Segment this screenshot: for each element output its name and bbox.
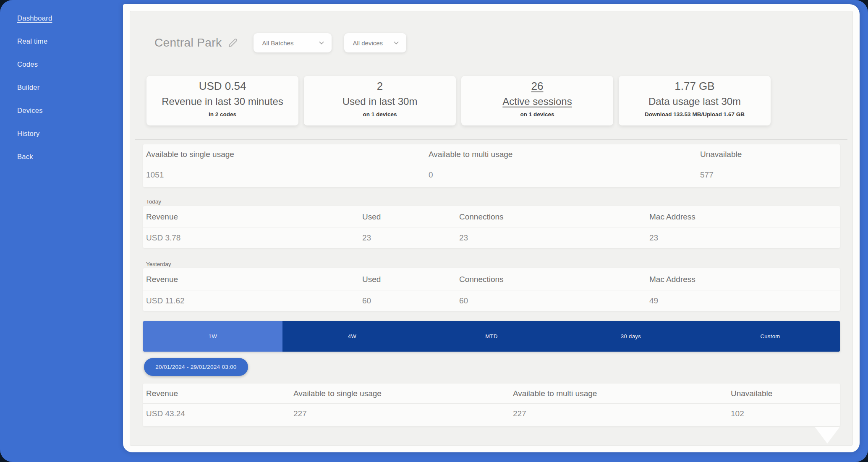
cell-value: 23 xyxy=(362,233,371,243)
cell-value: USD 3.78 xyxy=(146,233,180,243)
dashboard-panel: Central Park All Batches All devices xyxy=(130,11,853,446)
scroll-down-indicator[interactable] xyxy=(815,427,840,444)
stat-value: USD 0.54 xyxy=(146,80,298,93)
sidebar-item-dashboard[interactable]: Dashboard xyxy=(0,7,123,30)
window-frame: Dashboard Real time Codes Builder Device… xyxy=(0,0,868,462)
stat-subtext: In 2 codes xyxy=(146,111,298,117)
section-divider xyxy=(135,139,847,140)
row-divider xyxy=(143,227,840,227)
app-window: Dashboard Real time Codes Builder Device… xyxy=(0,0,868,462)
column-header: Mac Address xyxy=(649,212,695,222)
cell-value: 23 xyxy=(459,233,468,243)
cell-value: 1051 xyxy=(146,170,164,180)
page-header: Central Park All Batches All devices xyxy=(154,33,406,52)
availability-table: Available to single usage Available to m… xyxy=(143,144,840,187)
sidebar-item-label: Dashboard xyxy=(17,14,52,22)
row-divider xyxy=(143,403,840,404)
batches-dropdown-value: All Batches xyxy=(262,39,293,47)
sidebar-item-codes[interactable]: Codes xyxy=(0,53,123,76)
chevron-down-icon xyxy=(393,39,400,46)
main-page: Central Park All Batches All devices xyxy=(123,4,860,452)
batches-dropdown[interactable]: All Batches xyxy=(254,33,332,52)
column-header: Available to multi usage xyxy=(429,150,512,159)
sidebar-item-label: Builder xyxy=(17,84,39,91)
sidebar-item-label: Devices xyxy=(17,107,43,115)
tab-mtd[interactable]: MTD xyxy=(422,321,561,352)
cell-value: USD 11.62 xyxy=(146,296,185,305)
column-header: Revenue xyxy=(146,389,178,398)
cell-value: 60 xyxy=(362,296,371,305)
sidebar-item-back[interactable]: Back xyxy=(0,145,123,168)
cell-value: 49 xyxy=(649,296,658,305)
devices-dropdown[interactable]: All devices xyxy=(344,33,406,52)
sidebar-item-label: Back xyxy=(17,153,33,161)
date-range-chip[interactable]: 20/01/2024 - 29/01/2024 03:00 xyxy=(144,358,248,376)
column-header: Unavailable xyxy=(700,150,742,159)
column-header: Used xyxy=(362,275,381,284)
chevron-down-icon xyxy=(318,39,325,46)
date-range-tabs: 1W 4W MTD 30 days Custom xyxy=(143,321,840,352)
sidebar-item-real-time[interactable]: Real time xyxy=(0,30,123,53)
stat-value: 2 xyxy=(304,80,456,93)
today-table: Revenue Used Connections Mac Address USD… xyxy=(143,206,840,248)
column-header: Used xyxy=(362,212,381,222)
column-header: Unavailable xyxy=(731,389,772,398)
sidebar-item-label: Real time xyxy=(17,37,47,45)
cell-value: 102 xyxy=(731,409,744,418)
stat-subtext: Download 133.53 MB/Upload 1.67 GB xyxy=(619,111,771,117)
tab-1w[interactable]: 1W xyxy=(143,321,282,352)
cell-value: 23 xyxy=(649,233,658,243)
yesterday-section-label: Yesterday xyxy=(146,261,171,267)
cell-value: 227 xyxy=(513,409,526,418)
sidebar-item-history[interactable]: History xyxy=(0,122,123,145)
stat-subtext: on 1 devices xyxy=(304,111,456,117)
tab-4w[interactable]: 4W xyxy=(282,321,422,352)
stat-label-link[interactable]: Active sessions xyxy=(461,96,613,107)
stat-card-used-30m: 2 Used in last 30m on 1 devices xyxy=(304,76,456,125)
sidebar-item-devices[interactable]: Devices xyxy=(0,99,123,122)
stat-label: Used in last 30m xyxy=(304,96,456,107)
column-header: Available to multi usage xyxy=(513,389,597,398)
page-title: Central Park xyxy=(154,36,222,50)
sidebar-item-label: History xyxy=(17,130,39,138)
stat-label: Data usage last 30m xyxy=(619,96,771,107)
stat-subtext: on 1 devices xyxy=(461,111,613,117)
cell-value: 60 xyxy=(459,296,468,305)
stat-card-data-usage: 1.77 GB Data usage last 30m Download 133… xyxy=(619,76,771,125)
sidebar: Dashboard Real time Codes Builder Device… xyxy=(0,0,123,462)
today-section-label: Today xyxy=(146,198,161,205)
edit-title-button[interactable] xyxy=(228,38,238,47)
cell-value: 227 xyxy=(293,409,307,418)
row-divider xyxy=(143,290,840,290)
pencil-icon xyxy=(228,38,238,47)
summary-table: Revenue Available to single usage Availa… xyxy=(143,384,840,426)
stat-label: Revenue in last 30 minutes xyxy=(146,96,298,107)
cell-value: USD 43.24 xyxy=(146,409,185,418)
yesterday-table: Revenue Used Connections Mac Address USD… xyxy=(143,268,840,311)
cell-value: 0 xyxy=(429,170,433,180)
column-header: Revenue xyxy=(146,275,178,284)
stat-card-active-sessions[interactable]: 26 Active sessions on 1 devices xyxy=(461,76,613,125)
column-header: Mac Address xyxy=(649,275,695,284)
stat-card-revenue-30m: USD 0.54 Revenue in last 30 minutes In 2… xyxy=(146,76,298,125)
cell-value: 577 xyxy=(700,170,714,180)
column-header: Connections xyxy=(459,275,504,284)
column-header: Available to single usage xyxy=(146,150,234,159)
sidebar-item-label: Codes xyxy=(17,60,38,68)
devices-dropdown-value: All devices xyxy=(353,39,383,47)
stat-value: 1.77 GB xyxy=(619,80,771,93)
sidebar-item-builder[interactable]: Builder xyxy=(0,76,123,99)
column-header: Connections xyxy=(459,212,504,222)
tab-30-days[interactable]: 30 days xyxy=(561,321,701,352)
stat-value-link[interactable]: 26 xyxy=(461,80,613,93)
column-header: Available to single usage xyxy=(293,389,382,398)
column-header: Revenue xyxy=(146,212,178,222)
tab-custom[interactable]: Custom xyxy=(701,321,840,352)
